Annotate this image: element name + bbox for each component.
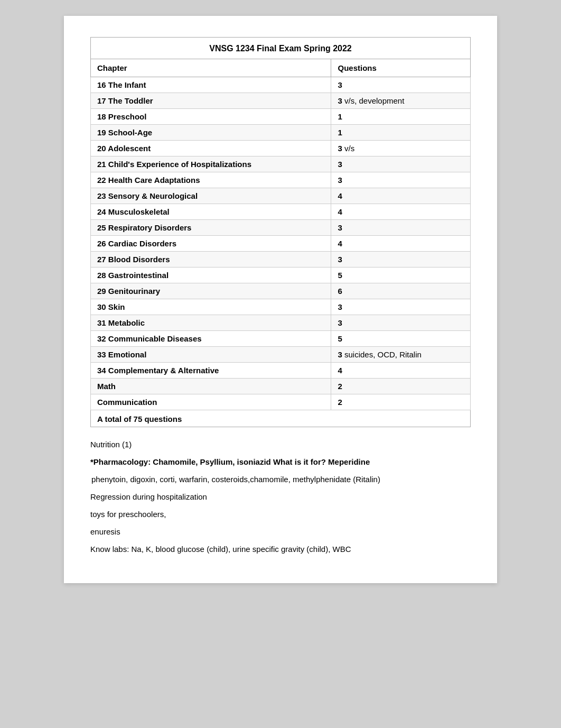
table-row: 26 Cardiac Disorders4 (91, 236, 471, 252)
chapter-cell: 16 The Infant (91, 77, 331, 93)
chapter-cell: 19 School-Age (91, 125, 331, 141)
questions-cell: 3 v/s, development (331, 93, 471, 109)
questions-cell: 2 (331, 379, 471, 394)
chapter-cell: 17 The Toddler (91, 93, 331, 109)
chapter-cell: 31 Metabolic (91, 315, 331, 331)
questions-cell: 3 (331, 315, 471, 331)
questions-cell: 6 (331, 283, 471, 299)
questions-cell: 4 (331, 363, 471, 379)
questions-cell: 3 (331, 299, 471, 315)
table-row: 17 The Toddler3 v/s, development (91, 93, 471, 109)
table-row: Communication2 (91, 394, 471, 410)
table-row: 32 Communicable Diseases5 (91, 331, 471, 347)
questions-cell: 5 (331, 331, 471, 347)
table-row: Math2 (91, 379, 471, 394)
table-row: 19 School-Age1 (91, 125, 471, 141)
table-row: 34 Complementary & Alternative4 (91, 363, 471, 379)
table-row: 31 Metabolic3 (91, 315, 471, 331)
questions-cell: 5 (331, 268, 471, 283)
chapter-cell: 23 Sensory & Neurological (91, 188, 331, 204)
total-row: A total of 75 questions (91, 410, 471, 427)
table-row: 33 Emotional3 suicides, OCD, Ritalin (91, 347, 471, 363)
chapter-cell: Communication (91, 394, 331, 410)
table-row: 27 Blood Disorders3 (91, 252, 471, 268)
total-label: A total of 75 questions (91, 410, 471, 427)
questions-cell: 3 (331, 220, 471, 236)
table-row: 23 Sensory & Neurological4 (91, 188, 471, 204)
questions-cell: 2 (331, 394, 471, 410)
page: VNSG 1234 Final Exam Spring 2022 Chapter… (64, 16, 497, 583)
chapter-cell: 27 Blood Disorders (91, 252, 331, 268)
questions-cell: 3 (331, 156, 471, 172)
questions-cell: 3 (331, 252, 471, 268)
chapter-cell: 33 Emotional (91, 347, 331, 363)
pharmacology-note: *Pharmacology: Chamomile, Psyllium, ison… (90, 457, 471, 466)
chapter-cell: 32 Communicable Diseases (91, 331, 331, 347)
chapter-cell: 25 Respiratory Disorders (91, 220, 331, 236)
chapter-cell: Math (91, 379, 331, 394)
questions-cell: 3 (331, 77, 471, 93)
notes-section: Nutrition (1) *Pharmacology: Chamomile, … (90, 440, 471, 554)
chapter-cell: 21 Child's Experience of Hospitalization… (91, 156, 331, 172)
chapter-cell: 30 Skin (91, 299, 331, 315)
nutrition-note: Nutrition (1) (90, 440, 471, 449)
table-row: 22 Health Care Adaptations3 (91, 172, 471, 188)
col1-header: Chapter (91, 59, 331, 77)
chapter-cell: 22 Health Care Adaptations (91, 172, 331, 188)
table-row: 24 Musculoskeletal4 (91, 204, 471, 220)
table-row: 20 Adolescent3 v/s (91, 141, 471, 156)
table-row: 18 Preschool1 (91, 109, 471, 125)
table-row: 16 The Infant3 (91, 77, 471, 93)
chapter-cell: 29 Genitourinary (91, 283, 331, 299)
chapter-cell: 28 Gastrointestinal (91, 268, 331, 283)
exam-table: Chapter Questions 16 The Infant317 The T… (90, 59, 471, 427)
questions-cell: 4 (331, 204, 471, 220)
questions-cell: 1 (331, 109, 471, 125)
chapter-cell: 18 Preschool (91, 109, 331, 125)
questions-cell: 3 v/s (331, 141, 471, 156)
table-title: VNSG 1234 Final Exam Spring 2022 (90, 37, 471, 59)
enuresis-note: enuresis (90, 527, 471, 536)
questions-cell: 4 (331, 236, 471, 252)
table-row: 25 Respiratory Disorders3 (91, 220, 471, 236)
chapter-cell: 24 Musculoskeletal (91, 204, 331, 220)
questions-cell: 1 (331, 125, 471, 141)
table-row: 21 Child's Experience of Hospitalization… (91, 156, 471, 172)
table-row: 28 Gastrointestinal5 (91, 268, 471, 283)
chapter-cell: 20 Adolescent (91, 141, 331, 156)
col2-header: Questions (331, 59, 471, 77)
questions-cell: 3 (331, 172, 471, 188)
labs-note: Know labs: Na, K, blood glucose (child),… (90, 545, 471, 554)
table-row: 29 Genitourinary6 (91, 283, 471, 299)
pharm-list: phenytoin, digoxin, corti, warfarin, cos… (90, 475, 471, 484)
toys-note: toys for preschoolers, (90, 510, 471, 519)
table-row: 30 Skin3 (91, 299, 471, 315)
regression-note: Regression during hospitalization (90, 492, 471, 501)
questions-cell: 3 suicides, OCD, Ritalin (331, 347, 471, 363)
questions-cell: 4 (331, 188, 471, 204)
chapter-cell: 34 Complementary & Alternative (91, 363, 331, 379)
chapter-cell: 26 Cardiac Disorders (91, 236, 331, 252)
